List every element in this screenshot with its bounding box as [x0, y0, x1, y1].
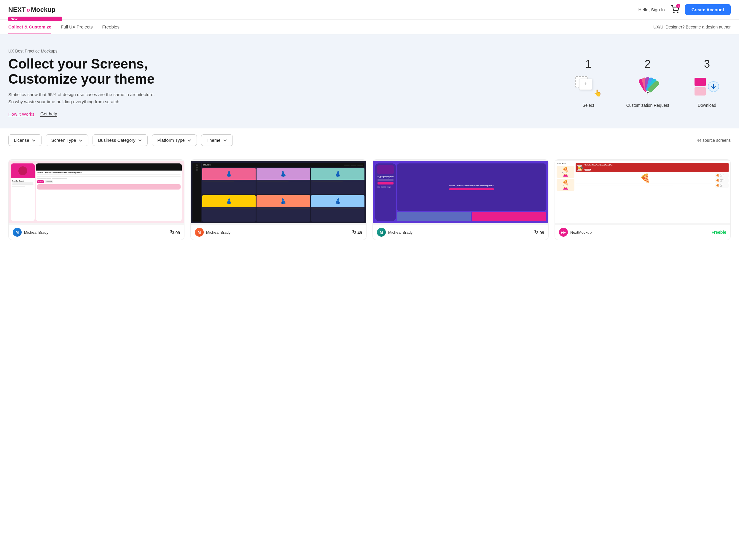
author-avatar-3: M	[377, 228, 386, 237]
nav-left: Collect & Customize New Full UX Projects…	[8, 20, 120, 34]
license-filter[interactable]: License	[8, 134, 41, 146]
author-name-3: Micheal Brady	[388, 230, 413, 235]
hello-sign-link[interactable]: Hello, Sign In	[638, 7, 664, 12]
get-help-link[interactable]: Get help	[40, 111, 57, 117]
step-1: 1 + 👆 Select	[565, 58, 612, 108]
card-1-price: $3.99	[170, 230, 180, 235]
step-3-number: 3	[683, 58, 731, 70]
step-2-label: Customization Request	[624, 103, 672, 108]
hero-left: UX Best Practice Mockups Collect your Sc…	[8, 49, 155, 117]
chevron-down-icon	[79, 138, 83, 142]
author-avatar-2: M	[195, 228, 204, 237]
author-name-2: Micheal Brady	[206, 230, 231, 235]
nav: Collect & Customize New Full UX Projects…	[0, 20, 739, 34]
business-category-filter[interactable]: Business Category	[93, 134, 148, 146]
step-2: 2 Customization Request	[624, 58, 672, 108]
new-badge: New	[8, 17, 62, 21]
step-1-label: Select	[565, 103, 612, 108]
platform-type-filter[interactable]: Platform Type	[152, 134, 197, 146]
product-card-2[interactable]: IT GARDE 👗	[190, 159, 366, 240]
author-name-1: Micheal Brady	[24, 230, 48, 235]
card-2-price: $3.49	[352, 230, 362, 235]
source-screens-count: 44 source screens	[697, 138, 731, 143]
card-2-author: M Micheal Brady	[195, 228, 231, 237]
become-author-link[interactable]: UX/UI Designer? Become a design author	[653, 25, 731, 29]
card-2-image: IT GARDE 👗	[191, 160, 366, 225]
hero-desc: Statistics show that 95% of design use c…	[8, 91, 155, 105]
step-3: 3 Download	[683, 58, 731, 108]
card-4-image: All the Meals 🍕 Pepperoni Pizza $6.40 + …	[555, 160, 730, 225]
header-right: Hello, Sign In 1 Create Account	[638, 4, 731, 15]
chevron-down-icon	[187, 138, 191, 142]
card-1-author: M Micheal Brady	[13, 228, 48, 237]
product-card-1[interactable]: Meet Our Experts We Are The Next Generat…	[8, 159, 184, 240]
author-avatar-1: M	[13, 228, 22, 237]
card-3-author: M Micheal Brady	[377, 228, 413, 237]
product-card-3[interactable]: We Are The Next Generation Of The Market…	[373, 159, 549, 240]
product-grid: Meet Our Experts We Are The Next Generat…	[8, 159, 731, 240]
nav-item-freebies[interactable]: Freebies	[102, 20, 120, 34]
logo[interactable]: NEXT » Mockup	[8, 6, 55, 14]
chevron-down-icon	[32, 138, 36, 142]
nav-item-collect[interactable]: Collect & Customize New	[8, 20, 51, 34]
hero-subtitle: UX Best Practice Mockups	[8, 49, 155, 53]
nav-item-ux[interactable]: Full UX Projects	[61, 20, 93, 34]
card-1-image: Meet Our Experts We Are The Next Generat…	[9, 160, 184, 225]
product-grid-section: Meet Our Experts We Are The Next Generat…	[0, 152, 739, 247]
hero-section: UX Best Practice Mockups Collect your Sc…	[0, 34, 739, 128]
logo-arrow: »	[26, 6, 30, 14]
create-account-button[interactable]: Create Account	[685, 4, 731, 15]
product-card-4[interactable]: All the Meals 🍕 Pepperoni Pizza $6.40 + …	[555, 159, 731, 240]
header: NEXT » Mockup Hello, Sign In 1 Create Ac…	[0, 0, 739, 20]
logo-suffix: Mockup	[31, 6, 55, 14]
how-it-works-link[interactable]: How it Works	[8, 112, 34, 117]
card-1-footer: M Micheal Brady $3.99	[9, 225, 184, 240]
card-3-price: $3.99	[535, 230, 544, 235]
hero-links: How it Works Get help	[8, 111, 155, 117]
theme-filter[interactable]: Theme	[201, 134, 233, 146]
screen-type-filter[interactable]: Screen Type	[46, 134, 89, 146]
step-1-number: 1	[565, 58, 612, 70]
step-3-label: Download	[683, 103, 731, 108]
cart-icon[interactable]: 1	[671, 5, 679, 14]
steps-container: 1 + 👆 Select 2	[565, 58, 731, 108]
card-4-author: ▶▶ NextMockup	[559, 228, 592, 237]
svg-point-9	[647, 92, 648, 94]
svg-point-0	[674, 12, 674, 12]
card-3-footer: M Micheal Brady $3.99	[373, 225, 548, 240]
step-3-visual	[683, 73, 731, 100]
card-4-footer: ▶▶ NextMockup Freebie	[555, 225, 730, 240]
cart-badge: 1	[676, 4, 680, 8]
card-4-price: Freebie	[711, 230, 726, 235]
chevron-down-icon	[223, 138, 227, 142]
card-3-image: We Are The Next Generation Of The Market…	[373, 160, 548, 225]
step-2-visual	[624, 73, 672, 100]
author-name-4: NextMockup	[570, 230, 592, 235]
filter-bar: License Screen Type Business Category Pl…	[0, 128, 739, 152]
author-avatar-4: ▶▶	[559, 228, 568, 237]
step-1-visual: + 👆	[565, 73, 612, 100]
card-2-footer: M Micheal Brady $3.49	[191, 225, 366, 240]
svg-point-1	[677, 12, 678, 12]
hero-title: Collect your Screens, Customize your the…	[8, 56, 155, 86]
chevron-down-icon	[138, 138, 142, 142]
step-2-number: 2	[624, 58, 672, 70]
logo-text: NEXT	[8, 6, 26, 14]
